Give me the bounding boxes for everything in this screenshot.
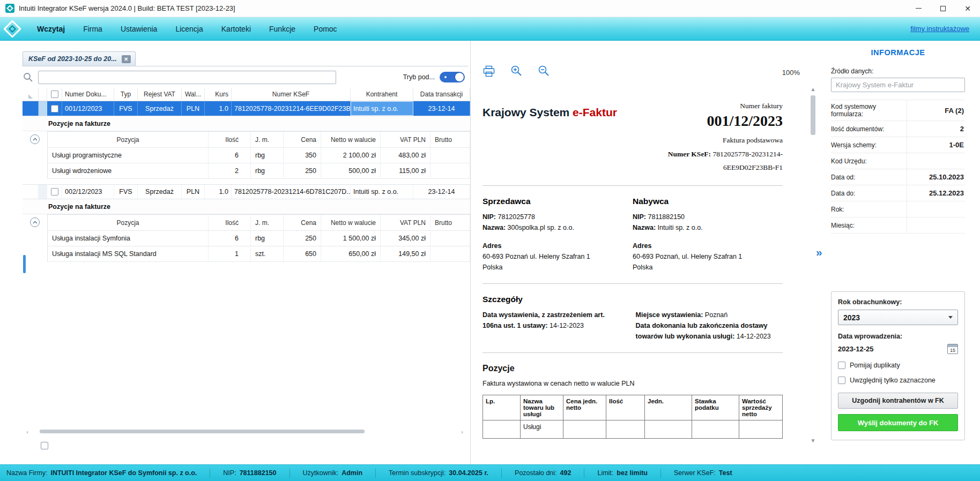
calendar-day: 15 — [950, 348, 955, 353]
select-all-checkbox[interactable] — [51, 91, 58, 98]
calendar-icon[interactable]: 15 — [947, 344, 958, 354]
scroll-up-icon[interactable]: ▲ — [811, 86, 816, 93]
detail-header-vat[interactable]: VAT PLN — [381, 132, 430, 147]
menu-item-wczytaj[interactable]: Wczytaj — [28, 25, 74, 33]
detail-gutter — [23, 131, 47, 179]
tutorial-videos-link[interactable]: filmy instruktażowe — [910, 25, 969, 33]
detail-header-netto[interactable]: Netto w walucie — [321, 215, 381, 230]
detail-header-brutto[interactable]: Brutto — [430, 132, 470, 147]
menu-item-kartoteki[interactable]: Kartoteki — [212, 25, 260, 33]
column-header-typ[interactable]: Typ — [114, 88, 138, 101]
column-header-waluta[interactable]: Wal... — [182, 88, 205, 101]
skip-duplicates-option[interactable]: Pomijaj duplikaty — [838, 362, 958, 369]
column-header-rejestr-vat[interactable]: Rejest VAT — [138, 88, 182, 101]
detail-header-vat[interactable]: VAT PLN — [381, 215, 430, 230]
detail-header-pozycja[interactable]: Pozycja — [48, 215, 209, 230]
collapse-row-button[interactable] — [30, 134, 40, 144]
detail-header-ilosc[interactable]: Ilość — [209, 215, 251, 230]
column-header-numer-ksef[interactable]: Numer KSeF — [232, 88, 351, 101]
info-value — [907, 153, 965, 169]
column-header-numer-dokumentu[interactable]: Numer Doku... — [62, 88, 114, 101]
scroll-left-icon[interactable]: ‹ — [24, 429, 31, 435]
reconcile-contractors-button[interactable]: Uzgodnij kontrahentów w FK — [838, 393, 958, 409]
invoice-col-header: Wartość sprzedaży netto — [739, 395, 783, 420]
info-label: Data od: — [831, 169, 907, 185]
search-input[interactable] — [38, 71, 336, 84]
vertical-scroll-thumb[interactable] — [811, 95, 815, 135]
cell-vat: 483,00 zł — [381, 148, 430, 163]
detail-header-brutto[interactable]: Brutto — [430, 215, 470, 230]
window-title: Intuiti Integrator KSeF wersja 2024.0 | … — [19, 4, 235, 12]
position-row[interactable]: Usługa instalacji MS SQL Standard 1 szt.… — [48, 246, 470, 262]
detail-header-jm[interactable]: J. m. — [251, 132, 284, 147]
position-row[interactable]: Usługi programistyczne 6 rbg 350 2 100,0… — [48, 148, 470, 163]
cell-ilosc: 1 — [209, 246, 251, 261]
only-selected-option[interactable]: Uwzględnij tylko zaznaczone — [838, 377, 958, 384]
scroll-down-icon[interactable]: ▼ — [811, 437, 816, 445]
tab-close-icon[interactable]: ✕ — [122, 55, 131, 63]
detail-header-ilosc[interactable]: Ilość — [209, 132, 251, 147]
detail-header-cena[interactable]: Cena — [284, 215, 321, 230]
print-button[interactable] — [482, 65, 495, 77]
column-header-data-transakcji[interactable]: Data transakcji — [413, 88, 470, 101]
horizontal-scrollbar[interactable]: ‹ › — [24, 427, 466, 435]
zoom-in-button[interactable] — [510, 64, 523, 77]
column-header-kontrahent[interactable]: Kontrahent — [351, 88, 413, 101]
invoice-row-001[interactable]: 001/12/2023 FVS Sprzedaż PLN 1.0 7812025… — [23, 101, 470, 116]
collapse-row-button[interactable] — [30, 217, 40, 227]
ksef-number-line1: 7812025778-20231214- — [713, 150, 783, 158]
cell-brutto — [430, 246, 470, 261]
cell-data-transakcji: 23-12-14 — [413, 185, 470, 199]
skip-duplicates-checkbox[interactable] — [838, 362, 845, 369]
detail-header-pozycja[interactable]: Pozycja — [48, 132, 209, 147]
data-source-input[interactable] — [831, 78, 965, 92]
tab-ksef-range[interactable]: KSeF od 2023-10-25 do 20... ✕ — [23, 51, 136, 66]
column-header-kurs[interactable]: Kurs — [205, 88, 232, 101]
scroll-right-icon[interactable]: › — [458, 429, 466, 435]
positions-table: Pozycja Ilość J. m. Cena Netto w walucie… — [47, 131, 470, 179]
grid-vertical-scrollbar[interactable] — [23, 255, 26, 273]
fiscal-year-select[interactable]: 2023 — [838, 310, 958, 325]
vertical-scroll-track[interactable] — [811, 93, 815, 437]
row-checkbox[interactable] — [51, 105, 58, 112]
detail-header-netto[interactable]: Netto w walucie — [321, 132, 381, 147]
menu-item-funkcje[interactable]: Funkcje — [260, 25, 305, 33]
only-selected-checkbox[interactable] — [838, 377, 845, 384]
position-row[interactable]: Usługi wdrożeniowe 2 rbg 250 500,00 zł 1… — [48, 163, 470, 179]
detail-header-jm[interactable]: J. m. — [251, 215, 284, 230]
vertical-scrollbar[interactable]: ▲ ▼ — [809, 86, 817, 445]
menu-item-pomoc[interactable]: Pomoc — [305, 25, 346, 33]
zoom-out-button[interactable] — [537, 64, 550, 77]
info-label: Kod systemowy formularza: — [831, 100, 907, 121]
cell-pozycja: Usługi wdrożeniowe — [48, 163, 209, 178]
menu-item-licencja[interactable]: Licencja — [166, 25, 212, 33]
invoice-row-002[interactable]: 002/12/2023 FVS Sprzedaż PLN 1.0 7812025… — [23, 184, 470, 199]
mode-toggle[interactable] — [440, 72, 465, 82]
close-button[interactable]: ✕ — [955, 0, 980, 17]
info-label: Ilość dokumentów: — [831, 121, 907, 137]
details-heading: Szczegóły — [482, 295, 783, 304]
send-documents-button[interactable]: Wyślij dokumenty do FK — [838, 414, 958, 431]
row-checkbox[interactable] — [51, 188, 58, 196]
minimize-button[interactable] — [906, 0, 931, 17]
close-icon: ✕ — [964, 5, 971, 12]
horizontal-scroll-track[interactable] — [31, 429, 458, 434]
menu-item-ustawienia[interactable]: Ustawienia — [112, 25, 166, 33]
buyer-address: 60-693 Poznań, ul. Heleny Szafran 1 — [633, 251, 783, 262]
horizontal-scroll-thumb[interactable] — [40, 430, 365, 433]
cell-netto: 500,00 zł — [321, 163, 381, 178]
cell-vat: 345,00 zł — [381, 231, 430, 246]
cell-ilosc: 2 — [209, 163, 251, 178]
footer-checkbox[interactable] — [41, 442, 48, 449]
seller-heading: Sprzedawca — [482, 197, 633, 206]
menu-item-firma[interactable]: Firma — [74, 25, 112, 33]
cell-vat: 115,00 zł — [381, 163, 430, 178]
info-value: 2 — [907, 121, 965, 137]
positions-header-row: Pozycja Ilość J. m. Cena Netto w walucie… — [48, 132, 470, 148]
position-row[interactable]: Usługa instalacji Symfonia 6 rbg 250 1 5… — [48, 231, 470, 246]
detail-header-cena[interactable]: Cena — [284, 132, 321, 147]
divider — [482, 283, 783, 284]
maximize-button[interactable] — [931, 0, 955, 17]
row-checkbox-cell — [47, 101, 62, 116]
collapse-panel-button[interactable]: » — [816, 246, 822, 258]
